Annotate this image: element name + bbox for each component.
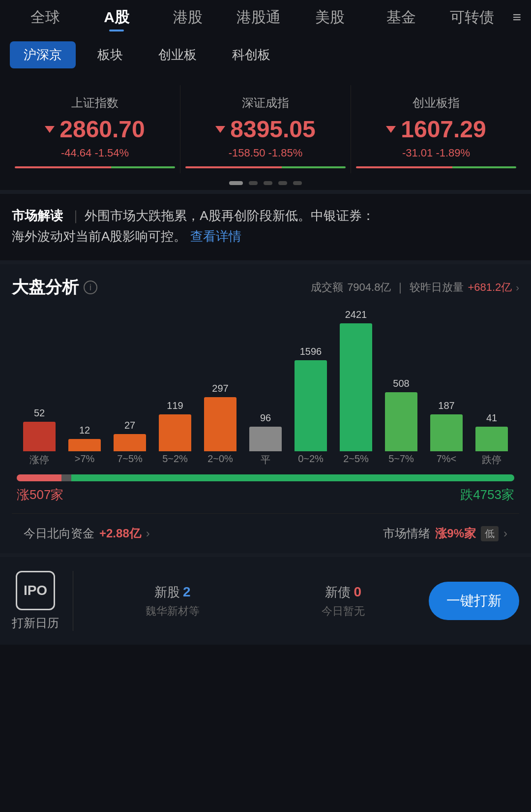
index-card-chuangye[interactable]: 创业板指 1607.29 -31.01 -1.89% [351,85,521,173]
top-navigation: 全球 A股 港股 港股通 美股 基金 可转债 ≡ [0,0,531,34]
sentiment-item[interactable]: 市场情绪 涨9%家 低 › [383,526,507,541]
nav-item-kzzq[interactable]: 可转债 [437,2,508,32]
progress-bar [17,474,514,481]
market-read-section: 市场解读 ｜外围市场大跌拖累，A股再创阶段新低。中银证券：海外波动对当前A股影响… [0,190,531,260]
north-fund-item[interactable]: 今日北向资金 +2.88亿 › [24,526,150,541]
bar-col-7~5%: 27 [107,420,152,451]
bar-col-2~0%: 297 [198,383,243,451]
shenzhen-bar [185,166,346,168]
new-bond-sub: 今日暂无 [258,604,429,619]
index-cards-section: 上证指数 2860.70 -44.64 -1.54% 深证成指 8395.05 … [0,75,531,173]
bar-label: 5~7% [379,453,424,467]
analysis-title: 大盘分析 [12,276,79,299]
shenzhen-value: 8395.05 [185,116,346,143]
analysis-section: 大盘分析 i 成交额 7904.8亿 ｜ 较昨日放量 +681.2亿 › 521… [0,260,531,553]
bar-body [159,414,191,451]
bar-label: 2~0% [198,453,243,467]
shenzhen-change: -158.50 -1.85% [185,147,346,159]
dot-1[interactable] [229,181,243,185]
bar-count: 52 [34,407,45,419]
bar-col-平: 96 [243,412,288,451]
progress-red [17,474,61,481]
chuangye-arrow-down [386,126,396,133]
fall-count: 跌4753家 [460,486,514,503]
nav-item-aguo[interactable]: A股 [81,2,152,32]
new-bond-title: 新债 0 [258,584,429,601]
sentiment-value: 涨9%家 [435,526,476,541]
shanghai-value: 2860.70 [15,116,175,143]
nav-item-jijin[interactable]: 基金 [365,2,437,32]
info-icon[interactable]: i [84,281,97,294]
bar-chart-bars: 521227119297961596242150818741 [12,313,519,451]
bar-body [114,434,146,451]
new-stock-label: 新股 [154,584,180,601]
bar-count: 508 [393,378,409,389]
analysis-header: 大盘分析 i 成交额 7904.8亿 ｜ 较昨日放量 +681.2亿 › [12,276,519,299]
sentiment-label: 市场情绪 [383,526,430,541]
nav-item-quanqiu[interactable]: 全球 [10,2,81,32]
sub-item-kechuangban[interactable]: 科创板 [218,41,284,68]
bar-count: 187 [438,400,454,411]
bar-label: 7%< [424,453,469,467]
meta-separator: ｜ [395,280,406,295]
sub-item-bankuai[interactable]: 板块 [84,41,137,68]
market-read-link[interactable]: 查看详情 [190,229,241,244]
change-label: 较昨日放量 [410,280,464,295]
sentiment-badge: 低 [481,526,499,541]
chuangye-bar [356,166,516,168]
new-stock-title: 新股 2 [87,584,258,601]
shanghai-change: -44.64 -1.54% [15,147,175,159]
bar-body [23,422,56,451]
sub-item-chuangyeban[interactable]: 创业板 [145,41,210,68]
dot-5[interactable] [293,181,302,185]
analysis-chevron: › [516,282,519,293]
carousel-dots [0,173,531,190]
bar-body [475,427,508,451]
bar-col-5~7%: 508 [379,378,424,451]
menu-icon[interactable]: ≡ [507,4,521,31]
one-click-new-button[interactable]: 一键打新 [429,582,519,620]
bar-label: 0~2% [288,453,333,467]
dot-4[interactable] [278,181,287,185]
volume-value: 7904.8亿 [347,280,391,295]
bar-label: 5~2% [152,453,198,467]
new-stock-count: 2 [183,584,191,600]
sub-item-hushenji[interactable]: 沪深京 [10,41,76,68]
bar-count: 119 [167,400,183,411]
bar-body [204,397,236,451]
chuangye-change: -31.01 -1.89% [356,147,516,159]
dot-3[interactable] [264,181,272,185]
shenzhen-arrow-down [215,126,225,133]
bar-label: 7~5% [107,453,152,467]
bar-body [385,392,417,451]
bar-chart-labels: 涨停>7%7~5%5~2%2~0%平0~2%2~5%5~7%7%<跌停 [12,453,519,467]
bar-col-7%<: 187 [424,400,469,451]
chuangye-value: 1607.29 [356,116,516,143]
dot-2[interactable] [249,181,258,185]
progress-gray [61,474,71,481]
north-fund-chevron: › [146,527,150,540]
nav-item-meigu[interactable]: 美股 [295,2,366,32]
progress-green [71,474,514,481]
chuangye-title: 创业板指 [356,95,516,111]
nav-item-ganggutong[interactable]: 港股通 [223,2,295,32]
bar-count: 27 [124,420,135,431]
index-card-shanghai[interactable]: 上证指数 2860.70 -44.64 -1.54% [10,85,180,173]
nav-item-ganggu[interactable]: 港股 [152,2,223,32]
analysis-meta[interactable]: 成交额 7904.8亿 ｜ 较昨日放量 +681.2亿 › [311,280,519,295]
shanghai-bar [15,166,175,168]
bar-body [68,439,101,451]
rise-count: 涨507家 [17,486,63,503]
shanghai-arrow-down [45,126,55,133]
ipo-logo-wrap[interactable]: IPO 打新日历 [12,571,73,631]
volume-label: 成交额 [311,280,343,295]
new-stock-sub: 魏华新材等 [87,604,258,619]
market-read-label: 市场解读 [12,208,63,223]
bar-label: 跌停 [469,453,514,467]
index-card-shenzhen[interactable]: 深证成指 8395.05 -158.50 -1.85% [180,85,351,173]
bar-col-跌停: 41 [469,412,514,451]
market-read-text: 市场解读 ｜外围市场大跌拖累，A股再创阶段新低。中银证券：海外波动对当前A股影响… [12,206,519,247]
ipo-label: 打新日历 [12,615,59,631]
sentiment-chevron: › [503,527,507,540]
ipo-logo: IPO [16,571,55,610]
